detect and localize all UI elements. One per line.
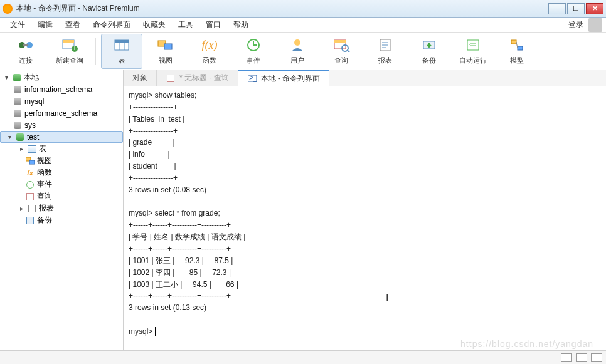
table-label: 表 <box>119 56 125 65</box>
connect-button[interactable]: 连接 <box>5 34 46 69</box>
tree-db-sys[interactable]: sys <box>0 119 123 131</box>
query-label: 查询 <box>334 56 348 65</box>
autorun-label: 自动运行 <box>459 56 487 65</box>
backup-button[interactable]: 备份 <box>408 34 450 69</box>
model-label: 模型 <box>510 56 524 65</box>
svg-rect-29 <box>511 40 516 44</box>
model-icon <box>508 37 526 53</box>
tree-child-view[interactable]: 视图 <box>0 155 123 167</box>
watermark: https://blog.csdn.net/yangdan <box>460 339 593 349</box>
minimize-button[interactable]: ─ <box>548 3 566 14</box>
menu-tools[interactable]: 工具 <box>172 18 199 32</box>
view-button[interactable]: 视图 <box>145 34 186 69</box>
tree-db-test[interactable]: ▾test <box>0 131 123 143</box>
console-output[interactable]: mysql> show tables; +----------------+ |… <box>124 86 606 350</box>
tree-root-label: 本地 <box>24 72 39 83</box>
view-icon <box>157 37 174 53</box>
plug-icon <box>17 37 35 53</box>
model-button[interactable]: 模型 <box>496 34 538 69</box>
tree-child-table[interactable]: ▸表 <box>0 143 123 155</box>
menu-help[interactable]: 帮助 <box>227 18 255 32</box>
status-box-3[interactable] <box>591 353 602 362</box>
function-label: 函数 <box>203 56 216 65</box>
table-plus-icon: + <box>61 37 78 53</box>
new-query-button[interactable]: + 新建查询 <box>49 34 90 69</box>
user-label: 用户 <box>290 56 304 65</box>
view-icon <box>25 157 35 165</box>
clock-icon <box>245 37 262 53</box>
svg-rect-2 <box>23 44 28 46</box>
function-button[interactable]: f(x) 函数 <box>189 34 230 69</box>
svg-rect-4 <box>63 40 74 43</box>
report-label: 报表 <box>378 56 392 65</box>
query-icon <box>332 37 350 53</box>
svg-rect-30 <box>518 46 523 50</box>
login-link[interactable]: 登录 <box>563 18 588 32</box>
user-button[interactable]: 用户 <box>277 34 318 69</box>
report-icon <box>376 37 394 53</box>
fx-icon: f(x) <box>201 37 218 53</box>
tree-child-query[interactable]: 查询 <box>0 190 123 202</box>
app-icon <box>3 4 13 14</box>
sidebar[interactable]: ▾本地 information_schema mysql performance… <box>0 70 124 350</box>
status-box-1[interactable] <box>561 353 572 362</box>
autorun-button[interactable]: 自动运行 <box>452 34 494 69</box>
view-label: 视图 <box>159 56 173 65</box>
svg-line-31 <box>516 42 518 48</box>
svg-rect-12 <box>164 44 172 49</box>
menu-file[interactable]: 文件 <box>4 18 31 32</box>
status-bar <box>0 350 606 364</box>
autorun-icon <box>464 37 482 53</box>
toolbar: 连接 + 新建查询 表 视图 f(x) 函数 事件 用户 查询 报表 备份 自动… <box>0 33 606 70</box>
backup-label: 备份 <box>422 56 436 65</box>
svg-text:+: + <box>72 44 77 52</box>
tab-objects[interactable]: 对象 <box>124 70 157 86</box>
tree-child-report[interactable]: ▸报表 <box>0 202 123 214</box>
console-text: mysql> show tables; +----------------+ |… <box>129 91 245 336</box>
maximize-button[interactable]: ☐ <box>567 3 585 14</box>
svg-rect-18 <box>334 40 346 43</box>
svg-text:>_: >_ <box>249 75 257 82</box>
tree-db-mysql[interactable]: mysql <box>0 95 123 107</box>
menu-view[interactable]: 查看 <box>59 18 87 32</box>
menu-console[interactable]: 命令列界面 <box>87 18 137 32</box>
tree-child-function[interactable]: fx函数 <box>0 167 123 179</box>
svg-line-20 <box>347 50 349 52</box>
tree-child-event[interactable]: 事件 <box>0 179 123 190</box>
window-controls: ─ ☐ ✕ <box>548 3 603 14</box>
svg-rect-33 <box>29 160 35 164</box>
menu-window[interactable]: 窗口 <box>199 18 227 32</box>
user-icon <box>289 37 306 53</box>
close-button[interactable]: ✕ <box>586 3 603 14</box>
svg-rect-8 <box>115 40 129 43</box>
table-icon <box>113 37 130 53</box>
text-caret-icon: I <box>386 291 388 305</box>
tree-child-backup[interactable]: 备份 <box>0 214 123 226</box>
query-button[interactable]: 查询 <box>321 34 362 69</box>
tree-db-information-schema[interactable]: information_schema <box>0 83 123 95</box>
status-box-2[interactable] <box>576 353 587 362</box>
tree-connection[interactable]: ▾本地 <box>0 71 123 83</box>
menu-bar: 文件 编辑 查看 命令列界面 收藏夹 工具 窗口 帮助 登录 <box>0 18 606 33</box>
tree-db-performance-schema[interactable]: performance_schema <box>0 107 123 119</box>
new-query-label: 新建查询 <box>56 56 83 65</box>
menu-edit[interactable]: 编辑 <box>31 18 59 32</box>
backup-icon <box>420 37 438 53</box>
text-cursor <box>155 327 156 336</box>
avatar[interactable] <box>588 18 602 32</box>
table-button[interactable]: 表 <box>101 34 142 69</box>
window-title: 本地 - 命令列界面 - Navicat Premium <box>16 3 548 14</box>
console-icon: >_ <box>247 75 257 83</box>
tab-untitled-query[interactable]: * 无标题 - 查询 <box>157 70 238 86</box>
title-bar: 本地 - 命令列界面 - Navicat Premium ─ ☐ ✕ <box>0 0 606 18</box>
connect-label: 连接 <box>19 56 33 65</box>
event-label: 事件 <box>247 56 260 65</box>
menu-favorites[interactable]: 收藏夹 <box>137 18 172 32</box>
query-icon <box>166 74 176 83</box>
event-button[interactable]: 事件 <box>233 34 274 69</box>
tab-bar: 对象 * 无标题 - 查询 >_本地 - 命令列界面 <box>124 70 606 86</box>
report-button[interactable]: 报表 <box>364 34 406 69</box>
tab-console[interactable]: >_本地 - 命令列界面 <box>238 70 330 86</box>
svg-point-16 <box>294 39 300 46</box>
